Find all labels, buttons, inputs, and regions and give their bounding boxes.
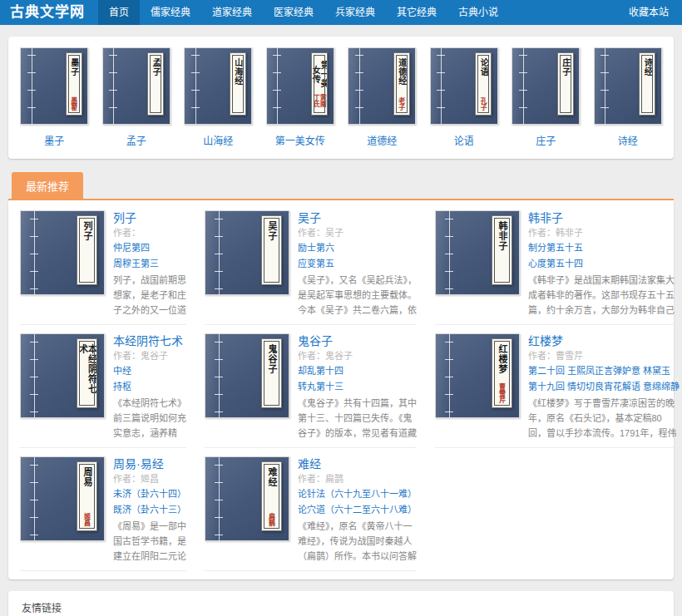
book-cover-image[interactable]: 周易 姬昌 xyxy=(20,456,105,541)
book-list-item: 红楼梦 曹雪芹 红楼梦 作者：曹雪芹 第二十回 王熙凤正言弹妒意 林黛玉 第十九… xyxy=(435,325,680,448)
recommend-panel: 列子 列子 作者： 仲尼第四 周穆王第三 列子，战国前期思想家，是老子和庄子之外… xyxy=(8,200,674,579)
chapter-link[interactable]: 周穆王第三 xyxy=(113,256,186,272)
book-cover-image[interactable]: 列子 xyxy=(20,210,105,295)
book-cover-image[interactable]: 诗经 xyxy=(594,47,662,125)
book-cover-image[interactable]: 墨子 墨翟 xyxy=(20,47,88,125)
book-strip-title: 孟子 xyxy=(151,58,160,76)
book-list-item: 列子 列子 作者： 仲尼第四 周穆王第三 列子，战国前期思想家，是老子和庄子之外… xyxy=(20,202,186,325)
featured-book-title-link[interactable]: 墨子 xyxy=(17,133,91,147)
chapter-link[interactable]: 应变第五 xyxy=(298,256,417,272)
featured-book[interactable]: 墨子 墨翟 墨子 xyxy=(17,47,91,147)
book-spine-decoration xyxy=(103,48,115,124)
book-title-link[interactable]: 红楼梦 xyxy=(528,333,680,349)
chapter-link[interactable]: 论针法（六十九至八十一难） xyxy=(298,486,417,502)
book-title-strip: 鬼谷子 xyxy=(261,338,282,408)
book-title-strip: 论语 孔子 xyxy=(475,52,492,116)
book-cover-image[interactable]: 难经 扁鹊 xyxy=(205,456,289,541)
featured-book-title-link[interactable]: 道德经 xyxy=(344,133,419,147)
book-cover-image[interactable]: 吴子 xyxy=(205,210,289,295)
chapter-link[interactable]: 中经 xyxy=(113,363,186,379)
book-title-link[interactable]: 吴子 xyxy=(298,210,417,226)
featured-book[interactable]: 第一美女传 黄南丁氏 第一美女传 xyxy=(263,47,338,147)
book-spine-decoration xyxy=(205,457,220,540)
book-title-link[interactable]: 周易·易经 xyxy=(113,456,186,472)
chapter-link[interactable]: 第二十回 王熙凤正言弹妒意 林黛玉 xyxy=(528,363,680,379)
book-cover-image[interactable]: 韩非子 xyxy=(435,210,520,295)
book-cover-image[interactable]: 红楼梦 曹雪芹 xyxy=(435,333,520,418)
featured-book-title-link[interactable]: 庄子 xyxy=(508,133,583,147)
chapter-link[interactable]: 既济（卦六十三） xyxy=(113,502,186,518)
book-spine-decoration xyxy=(436,211,450,294)
featured-book-title-link[interactable]: 论语 xyxy=(427,133,502,147)
nav-menu-item[interactable]: 兵家经典 xyxy=(324,0,386,25)
chapter-link[interactable]: 却乱第十四 xyxy=(298,363,417,379)
author-prefix-label: 作者： xyxy=(298,228,325,238)
book-title-strip: 难经 扁鹊 xyxy=(261,461,282,531)
nav-menu-item[interactable]: 医家经典 xyxy=(263,0,324,25)
featured-book-title-link[interactable]: 诗经 xyxy=(591,133,665,147)
nav-menu-item[interactable]: 其它经典 xyxy=(386,0,447,25)
chapter-link[interactable]: 仲尼第四 xyxy=(113,240,186,256)
book-title-strip: 本经阴符七术 xyxy=(77,338,97,408)
book-title-link[interactable]: 鬼谷子 xyxy=(298,333,417,349)
featured-book[interactable]: 山海经 山海经 xyxy=(180,47,255,147)
chapter-link[interactable]: 未济（卦六十四） xyxy=(113,486,186,502)
chapter-link[interactable]: 心度第五十四 xyxy=(528,256,680,272)
book-author-name: 吴子 xyxy=(325,228,343,238)
featured-book[interactable]: 论语 孔子 论语 xyxy=(427,47,502,147)
recommend-grid: 列子 列子 作者： 仲尼第四 周穆王第三 列子，战国前期思想家，是老子和庄子之外… xyxy=(20,202,662,571)
book-strip-title: 本经阴符七术 xyxy=(78,344,96,403)
featured-book-title-link[interactable]: 山海经 xyxy=(180,133,255,147)
chapter-link[interactable]: 转丸第十三 xyxy=(298,379,417,395)
book-cover-image[interactable]: 山海经 xyxy=(184,47,252,125)
book-cover-image[interactable]: 庄子 xyxy=(512,47,580,125)
book-author-line: 作者：韩非子 xyxy=(528,226,680,240)
book-title-strip: 第一美女传 黄南丁氏 xyxy=(311,52,328,116)
author-prefix-label: 作者： xyxy=(528,228,556,238)
book-strip-title: 韩非子 xyxy=(497,221,507,251)
book-title-link[interactable]: 难经 xyxy=(298,456,417,472)
book-title-link[interactable]: 列子 xyxy=(113,210,186,226)
book-cover-image[interactable]: 本经阴符七术 xyxy=(20,333,105,418)
featured-book[interactable]: 孟子 孟子 xyxy=(99,47,174,147)
book-item-details: 韩非子 作者：韩非子 制分第五十五 心度第五十四 《韩非子》是战国末期韩国法家集… xyxy=(528,210,680,318)
book-strip-author: 老子 xyxy=(398,97,405,111)
book-title-strip: 山海经 xyxy=(230,52,246,116)
book-item-details: 红楼梦 作者：曹雪芹 第二十回 王熙凤正言弹妒意 林黛玉 第十九回 情切切良宵花… xyxy=(528,333,680,441)
featured-book[interactable]: 道德经 老子 道德经 xyxy=(344,47,419,147)
book-strip-title: 诗经 xyxy=(643,58,651,76)
chapter-link[interactable]: 制分第五十五 xyxy=(528,240,680,256)
book-title-strip: 诗经 xyxy=(639,52,655,116)
book-title-link[interactable]: 本经阴符七术 xyxy=(113,333,186,349)
book-item-details: 难经 作者：扁鹊 论针法（六十九至八十一难） 论穴道（六十二至六十八难） 《难经… xyxy=(298,456,417,564)
author-prefix-label: 作者： xyxy=(113,228,141,238)
book-title-strip: 红楼梦 曹雪芹 xyxy=(492,338,512,408)
book-cover-image[interactable]: 论语 孔子 xyxy=(430,47,498,125)
book-cover-image[interactable]: 道德经 老子 xyxy=(348,47,416,125)
nav-menu-item[interactable]: 首页 xyxy=(98,0,140,25)
featured-book-title-link[interactable]: 第一美女传 xyxy=(263,133,338,147)
book-cover-image[interactable]: 第一美女传 黄南丁氏 xyxy=(266,47,334,125)
book-cover-image[interactable]: 孟子 xyxy=(102,47,170,125)
book-title-link[interactable]: 韩非子 xyxy=(528,210,680,226)
nav-menu-item[interactable]: 古典小说 xyxy=(447,0,509,25)
book-strip-title: 周易 xyxy=(82,467,91,487)
featured-book[interactable]: 诗经 诗经 xyxy=(591,47,665,147)
book-author-line: 作者：鬼谷子 xyxy=(298,349,417,363)
chapter-link[interactable]: 持枢 xyxy=(113,379,186,395)
featured-book[interactable]: 庄子 庄子 xyxy=(508,47,583,147)
bookmark-site-link[interactable]: 收藏本站 xyxy=(615,0,682,25)
featured-book-title-link[interactable]: 孟子 xyxy=(99,133,174,147)
book-cover-image[interactable]: 鬼谷子 xyxy=(205,333,289,418)
chapter-link[interactable]: 论穴道（六十二至六十八难） xyxy=(298,502,417,518)
book-list-item: 周易 姬昌 周易·易经 作者：姬昌 未济（卦六十四） 既济（卦六十三） 《周易》… xyxy=(20,448,186,571)
book-strip-title: 红楼梦 xyxy=(497,344,507,374)
recommend-section-header: 最新推荐 xyxy=(8,172,674,200)
chapter-link[interactable]: 第十九回 情切切良宵花解语 意绵绵静 xyxy=(528,379,680,395)
recommend-tab[interactable]: 最新推荐 xyxy=(12,172,83,199)
book-author-line: 作者：曹雪芹 xyxy=(528,349,680,363)
chapter-link[interactable]: 励士第六 xyxy=(298,240,417,256)
nav-menu-item[interactable]: 儒家经典 xyxy=(140,0,201,25)
nav-menu-item[interactable]: 道家经典 xyxy=(201,0,263,25)
site-logo[interactable]: 古典文学网 xyxy=(0,0,98,25)
